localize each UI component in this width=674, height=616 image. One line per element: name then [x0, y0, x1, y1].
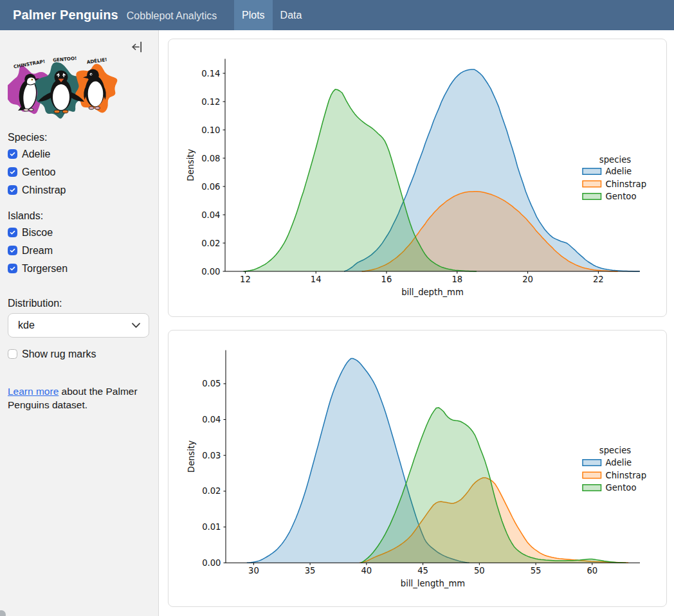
checkbox-island-biscoe[interactable]: Biscoe	[8, 227, 53, 239]
y-tick-label: 0.02	[202, 486, 221, 496]
app-title: Palmer Penguins	[13, 8, 118, 23]
x-tick-label: 50	[474, 566, 485, 575]
y-tick-label: 0.03	[202, 451, 221, 460]
x-tick-label: 55	[531, 566, 542, 575]
bill-depth-density-plot: 1214161820220.000.020.040.060.080.100.12…	[168, 39, 667, 317]
y-axis-label: Density	[186, 149, 196, 181]
adelie-label: ADÉLIE!	[86, 57, 107, 65]
legend-swatch-chinstrap	[583, 472, 601, 478]
sidebar-collapse-toggle[interactable]	[127, 39, 147, 56]
app-page: Palmer Penguins Cobblepot Analytics Plot…	[0, 0, 674, 616]
checkbox-icon	[8, 149, 17, 159]
chevron-down-icon	[132, 323, 140, 328]
checkbox-icon	[8, 167, 17, 177]
legend-label-adelie: Adelie	[606, 458, 632, 467]
checkbox-island-torgersen[interactable]: Torgersen	[8, 263, 68, 275]
x-tick-label: 30	[248, 566, 259, 575]
legend-label-adelie: Adelie	[606, 167, 632, 176]
y-axis-label: Density	[187, 440, 196, 473]
legend-swatch-chinstrap	[583, 181, 601, 187]
navbar-brand: Palmer Penguins Cobblepot Analytics	[13, 0, 217, 30]
y-tick-label: 0.00	[201, 267, 220, 276]
legend-title: species	[599, 446, 631, 455]
legend-swatch-gentoo	[583, 194, 601, 200]
learn-more-link[interactable]: Learn more	[8, 386, 59, 397]
checkbox-species-gentoo[interactable]: Gentoo	[8, 167, 55, 178]
legend-swatch-gentoo	[583, 485, 601, 491]
app-subtitle: Cobblepot Analytics	[127, 8, 217, 22]
y-tick-label: 0.04	[202, 415, 221, 424]
checkbox-icon	[8, 228, 17, 237]
y-tick-label: 0.04	[201, 210, 220, 220]
checkbox-species-adelie[interactable]: Adelie	[8, 149, 50, 160]
penguins-artwork: CHINSTRAP! GENTOO! ADÉLIE!	[8, 54, 126, 120]
y-tick-label: 0.02	[201, 239, 220, 248]
legend-swatch-adelie	[583, 460, 601, 466]
legend-label-chinstrap: Chinstrap	[606, 179, 647, 189]
x-tick-label: 20	[522, 275, 533, 284]
x-axis-label: bill_depth_mm	[401, 287, 464, 297]
legend-label-gentoo: Gentoo	[606, 192, 637, 201]
checkbox-icon	[8, 264, 17, 273]
x-tick-label: 40	[361, 566, 372, 575]
x-axis-label: bill_length_mm	[401, 579, 465, 588]
checkbox-species-chinstrap[interactable]: Chinstrap	[8, 185, 66, 196]
distribution-select[interactable]: kde	[8, 313, 149, 338]
legend-swatch-adelie	[583, 168, 601, 175]
x-tick-label: 18	[451, 275, 462, 284]
x-tick-label: 16	[381, 275, 392, 284]
tab-data[interactable]: Data	[273, 0, 310, 30]
distribution-select-value: kde	[18, 320, 132, 331]
x-tick-label: 35	[305, 566, 316, 575]
legend-label-chinstrap: Chinstrap	[606, 471, 647, 480]
navbar-tabs: Plots Data	[234, 0, 309, 30]
checkbox-show-rug-marks[interactable]: Show rug marks	[8, 349, 96, 360]
x-tick-label: 60	[587, 566, 597, 575]
y-tick-label: 0.08	[201, 154, 220, 163]
bill-length-density-plot: 303540455055600.000.010.020.030.040.05bi…	[168, 330, 667, 607]
y-tick-label: 0.00	[202, 558, 221, 568]
x-tick-label: 12	[240, 275, 251, 284]
chinstrap-label: CHINSTRAP!	[13, 59, 46, 69]
checkbox-icon	[8, 246, 17, 255]
y-tick-label: 0.12	[201, 97, 220, 107]
legend-label-gentoo: Gentoo	[606, 483, 637, 493]
y-tick-label: 0.06	[201, 182, 220, 192]
learn-more-text: Learn more about the Palmer Penguins dat…	[8, 385, 144, 412]
distribution-label: Distribution:	[8, 298, 62, 309]
navbar: Palmer Penguins Cobblepot Analytics Plot…	[0, 0, 674, 30]
x-tick-label: 22	[593, 275, 604, 284]
y-tick-label: 0.14	[201, 69, 220, 78]
checkbox-icon	[8, 185, 17, 195]
species-group-label: Species:	[8, 132, 47, 143]
checkbox-island-dream[interactable]: Dream	[8, 245, 53, 257]
y-tick-label: 0.01	[202, 522, 221, 532]
y-tick-label: 0.10	[201, 125, 220, 135]
gentoo-label: GENTOO!	[53, 55, 77, 63]
legend-title: species	[599, 155, 631, 165]
arrow-bar-left-icon	[132, 41, 143, 53]
y-tick-label: 0.05	[202, 379, 221, 388]
checkbox-icon	[8, 349, 17, 359]
tab-plots[interactable]: Plots	[234, 0, 273, 30]
x-tick-label: 45	[417, 566, 428, 575]
x-tick-label: 14	[311, 275, 322, 284]
islands-group-label: Islands:	[8, 210, 43, 222]
sidebar: CHINSTRAP! GENTOO! ADÉLIE! Species: Adel…	[0, 30, 159, 616]
